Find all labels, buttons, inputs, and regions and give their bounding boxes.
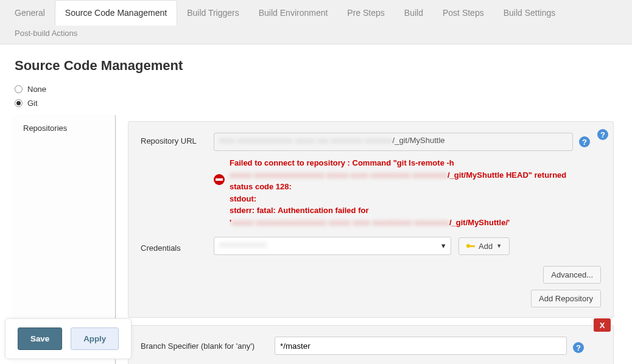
tab-post-build-actions[interactable]: Post-build Actions xyxy=(5,25,627,44)
branch-specifier-label: Branch Specifier (blank for 'any') xyxy=(141,341,275,351)
error-line: status code 128: xyxy=(230,182,292,191)
config-tabs: General Source Code Management Build Tri… xyxy=(0,0,632,44)
help-icon[interactable]: ? xyxy=(573,342,584,353)
obscured-text: xxxxx xxxxxxxxxxxxxxxx xxxxx xxxx xxxxxx… xyxy=(230,170,448,180)
repository-panel: ? Repository URL xxxx xxxxxxxxxxxxxx xxx… xyxy=(128,121,614,318)
repository-url-row: Repository URL xxxx xxxxxxxxxxxxxx xxxxx… xyxy=(141,133,601,151)
repository-url-label: Repository URL xyxy=(141,133,214,145)
tab-build-environment[interactable]: Build Environment xyxy=(249,1,338,25)
radio-icon xyxy=(15,99,23,107)
repository-url-suffix: /_git/MyShuttle xyxy=(393,136,445,145)
credentials-label: Credentials xyxy=(141,240,214,253)
tab-pre-steps[interactable]: Pre Steps xyxy=(337,1,394,25)
add-credentials-button[interactable]: Add ▼ xyxy=(458,237,510,255)
add-credentials-label: Add xyxy=(479,242,493,251)
chevron-down-icon: ▼ xyxy=(496,243,502,249)
repository-error: Failed to connect to repository : Comman… xyxy=(214,157,601,228)
branch-specifier-row: Branch Specifier (blank for 'any') ? xyxy=(141,337,601,355)
tab-build-settings[interactable]: Build Settings xyxy=(494,1,566,25)
repository-panel-actions: Advanced... Add Repository xyxy=(141,266,601,307)
repositories-heading: Repositories xyxy=(23,124,67,133)
credentials-row: Credentials xxxxxxxxxxxx Add ▼ xyxy=(141,237,601,255)
scm-option-git-label: Git xyxy=(27,99,38,108)
branches-panel: X Branch Specifier (blank for 'any') ? xyxy=(128,325,614,364)
page-title: Source Code Management xyxy=(15,58,632,74)
repositories-content: ? Repository URL xxxx xxxxxxxxxxxxxx xxx… xyxy=(116,115,620,364)
scm-option-git[interactable]: Git xyxy=(15,99,617,108)
error-line: stdout: xyxy=(230,194,256,203)
credentials-select[interactable]: xxxxxxxxxxxx xyxy=(214,237,451,255)
tab-post-steps[interactable]: Post Steps xyxy=(433,1,494,25)
add-repository-button[interactable]: Add Repository xyxy=(531,290,601,307)
error-line: /_git/MyShuttle/' xyxy=(449,218,510,227)
tab-scm[interactable]: Source Code Management xyxy=(55,0,177,26)
scm-option-none[interactable]: None xyxy=(15,85,617,94)
obscured-text: xxxx xxxxxxxxxxxxxx xxxxx xxx xxxxxxxx x… xyxy=(219,136,393,145)
save-button[interactable]: Save xyxy=(18,327,62,350)
error-line: stderr: fatal: Authentication failed for xyxy=(230,206,368,215)
key-icon xyxy=(466,243,475,248)
tab-build-triggers[interactable]: Build Triggers xyxy=(177,1,249,25)
error-line: Failed to connect to repository : Comman… xyxy=(230,158,454,167)
repository-url-input[interactable]: xxxx xxxxxxxxxxxxxx xxxxx xxx xxxxxxxx x… xyxy=(214,133,573,151)
help-icon[interactable]: ? xyxy=(597,129,608,140)
obscured-text: xxxxx xxxxxxxxxxxxxxxx xxxxx xxxx xxxxxx… xyxy=(231,218,449,227)
scm-option-none-label: None xyxy=(27,85,46,94)
error-text: Failed to connect to repository : Comman… xyxy=(230,157,566,228)
error-line: /_git/MyShuttle HEAD" returned xyxy=(448,170,566,180)
obscured-text: xxxxxxxxxxxx xyxy=(219,240,267,249)
remove-branch-button[interactable]: X xyxy=(594,318,611,332)
tab-build[interactable]: Build xyxy=(395,1,433,25)
action-footer: Save Apply xyxy=(5,318,132,359)
branch-specifier-input[interactable] xyxy=(275,337,567,355)
apply-button[interactable]: Apply xyxy=(71,327,119,350)
tab-general[interactable]: General xyxy=(5,1,55,25)
advanced-button[interactable]: Advanced... xyxy=(543,266,601,284)
error-icon xyxy=(214,174,225,185)
radio-icon xyxy=(15,85,23,93)
help-icon[interactable]: ? xyxy=(579,136,590,147)
